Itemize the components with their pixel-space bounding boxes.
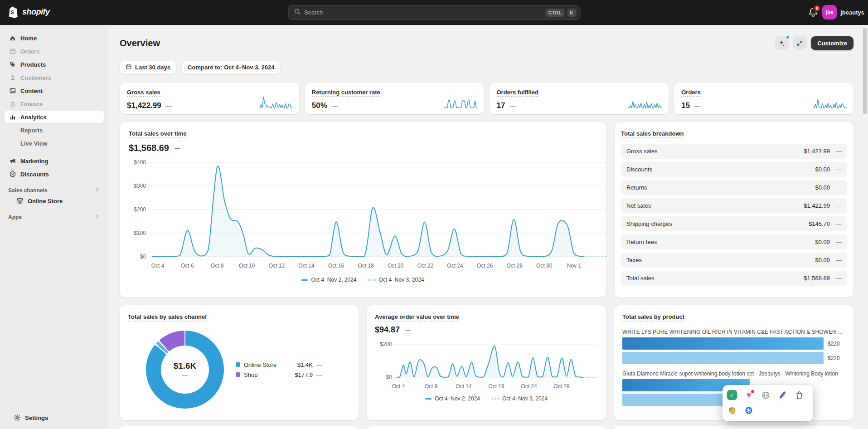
calendar-icon: [126, 63, 132, 71]
shield-icon[interactable]: [727, 405, 737, 415]
comparison-dash: —: [316, 361, 322, 368]
search-input[interactable]: Search CTRL K: [288, 5, 580, 20]
breakdown-label: Gross sales: [626, 148, 804, 155]
channel-name: Shop: [244, 371, 286, 378]
channel-value: $177.9: [289, 371, 313, 378]
metric-title[interactable]: Gross sales: [127, 89, 160, 97]
avg-order-value-card: Average order value over time $94.87 — $…: [367, 305, 606, 420]
avg-order-value-title[interactable]: Average order value over time: [375, 313, 459, 322]
metric-card-returning-customer-rate[interactable]: Returning customer rate50%—: [305, 83, 484, 114]
search-placeholder: Search: [304, 9, 543, 16]
comparison-dash: —: [509, 102, 515, 109]
breakdown-label: Return fees: [626, 239, 815, 245]
sidebar-main-nav: HomeOrdersProductsCustomersContentFinanc…: [0, 32, 108, 180]
breakdown-label: Taxes: [626, 257, 815, 263]
shopify-logo[interactable]: S shopify: [8, 6, 50, 18]
notifications-button[interactable]: 8: [807, 6, 820, 19]
sidebar-item-label: Marketing: [20, 158, 48, 165]
sidebar-item-label: Analytics: [20, 114, 47, 121]
insights-sparkle-button[interactable]: [775, 36, 789, 50]
product-group: WHITE LYS PURE WHITENING OIL RICH IN VIT…: [622, 329, 845, 364]
card-peek: [120, 426, 359, 429]
heart-icon[interactable]: ♥: [744, 390, 754, 400]
chart-legend: Oct 4–Nov 2, 2024Oct 4–Nov 3, 2024: [129, 277, 597, 283]
channel-donut-chart: $1.6K —: [146, 331, 224, 409]
apps-label: Apps: [8, 214, 22, 220]
metric-title[interactable]: Orders: [681, 89, 701, 97]
comparison-dash: —: [405, 327, 411, 333]
sidebar-item-online-store[interactable]: Online Store: [5, 195, 104, 207]
breakdown-row-returns[interactable]: Returns$0.00—: [621, 180, 847, 195]
sidebar-item-content[interactable]: Content: [5, 84, 104, 97]
comparison-dash: —: [830, 275, 842, 282]
sidebar-section-apps[interactable]: Apps: [8, 214, 100, 220]
x-axis-labels: Oct 4Oct 6Oct 8Oct 10Oct 12Oct 14Oct 16O…: [149, 263, 607, 271]
legend-item-dotted: Oct 4–Nov 3, 2024: [369, 277, 424, 283]
y-tick-label: $300: [129, 183, 146, 189]
comparison-dash: —: [830, 166, 842, 173]
x-axis-labels: Oct 4Oct 9Oct 14Oct 19Oct 24Oct 29: [391, 383, 598, 391]
legend-item-dotted: Oct 4–Nov 3, 2024: [492, 395, 548, 402]
x-tick-label: Oct 18: [358, 263, 374, 269]
sidebar-item-label: Products: [20, 61, 46, 68]
compare-to-button[interactable]: Compare to: Oct 4–Nov 3, 2024: [182, 61, 280, 74]
x-tick-label: Oct 4: [392, 383, 405, 390]
sales-by-product-title[interactable]: Total sales by product: [622, 313, 684, 322]
breakdown-label: Net sales: [626, 202, 804, 209]
y-tick-label: $200: [129, 206, 146, 213]
metric-title[interactable]: Orders fulfilled: [497, 89, 538, 97]
metric-value: 15: [681, 101, 690, 110]
blue-asterisk-icon[interactable]: [744, 405, 754, 415]
breakdown-row-gross-sales[interactable]: Gross sales$1,422.99—: [621, 144, 847, 159]
y-tick-label: $100: [129, 230, 146, 236]
date-range-button[interactable]: Last 30 days: [120, 61, 176, 74]
dotted-line-marker: [492, 398, 499, 400]
globe-icon[interactable]: [761, 390, 771, 400]
sidebar-item-discounts[interactable]: Discounts: [5, 168, 104, 180]
metric-cards-row: Gross sales$1,422.99—Returning customer …: [120, 83, 853, 114]
brand-wordmark: shopify: [22, 7, 50, 17]
breakdown-row-shipping-charges[interactable]: Shipping charges$145.70—: [621, 216, 847, 231]
user-menu[interactable]: jbe jbeautys: [822, 5, 864, 20]
main-content: Overview Customize Last 30 days Compare …: [108, 25, 868, 429]
sidebar-section-sales-channels[interactable]: Sales channels: [8, 187, 100, 194]
trash-icon[interactable]: [794, 390, 804, 400]
breakdown-row-discounts[interactable]: Discounts$0.00—: [621, 162, 847, 177]
sidebar-item-settings[interactable]: Settings: [9, 411, 99, 424]
approve-check-icon[interactable]: ✓: [727, 390, 737, 400]
highlighter-pen-icon[interactable]: [777, 390, 787, 400]
shortcut-ctrl-key: CTRL: [546, 9, 564, 17]
total-sales-over-time-title[interactable]: Total sales over time: [129, 130, 187, 138]
metric-card-orders[interactable]: Orders15—: [674, 83, 853, 114]
metric-title[interactable]: Returning customer rate: [312, 89, 380, 97]
customize-button[interactable]: Customize: [811, 36, 853, 50]
x-tick-label: Oct 22: [417, 263, 433, 269]
metric-card-gross-sales[interactable]: Gross sales$1,422.99—: [120, 83, 299, 114]
product-bar-value: $220: [828, 355, 840, 361]
y-tick-label: $0: [375, 374, 392, 380]
sales-by-channel-title[interactable]: Total sales by sales channel: [128, 313, 207, 322]
sidebar-item-products[interactable]: Products: [5, 58, 104, 71]
metric-card-orders-fulfilled[interactable]: Orders fulfilled17—: [490, 83, 669, 114]
sidebar-item-marketing[interactable]: Marketing: [5, 155, 104, 167]
sidebar-item-home[interactable]: Home: [5, 32, 104, 44]
sidebar-item-reports[interactable]: Reports: [5, 124, 104, 136]
sidebar-item-live-view[interactable]: Live View: [5, 137, 104, 150]
comparison-dash: —: [316, 371, 322, 378]
expand-fullscreen-button[interactable]: [793, 36, 807, 50]
bank-icon: [9, 100, 16, 108]
sidebar-item-label: Content: [20, 88, 43, 94]
breakdown-rows: Gross sales$1,422.99—Discounts$0.00—Retu…: [621, 144, 847, 286]
breakdown-row-total-sales[interactable]: Total sales$1,568.69—: [621, 271, 847, 286]
x-tick-label: Oct 8: [211, 263, 224, 269]
sidebar-item-analytics[interactable]: Analytics: [5, 111, 104, 123]
vertical-scrollbar[interactable]: [863, 28, 867, 114]
top-bar: S shopify Search CTRL K 8 jbe jbeautys: [0, 0, 868, 25]
x-tick-label: Oct 6: [181, 263, 194, 269]
breakdown-row-taxes[interactable]: Taxes$0.00—: [621, 253, 847, 268]
breakdown-title[interactable]: Total sales breakdown: [621, 130, 684, 138]
notification-badge: 8: [813, 5, 821, 12]
metric-value: 17: [497, 101, 505, 110]
breakdown-row-net-sales[interactable]: Net sales$1,422.99—: [621, 198, 847, 213]
breakdown-row-return-fees[interactable]: Return fees$0.00—: [621, 234, 847, 249]
